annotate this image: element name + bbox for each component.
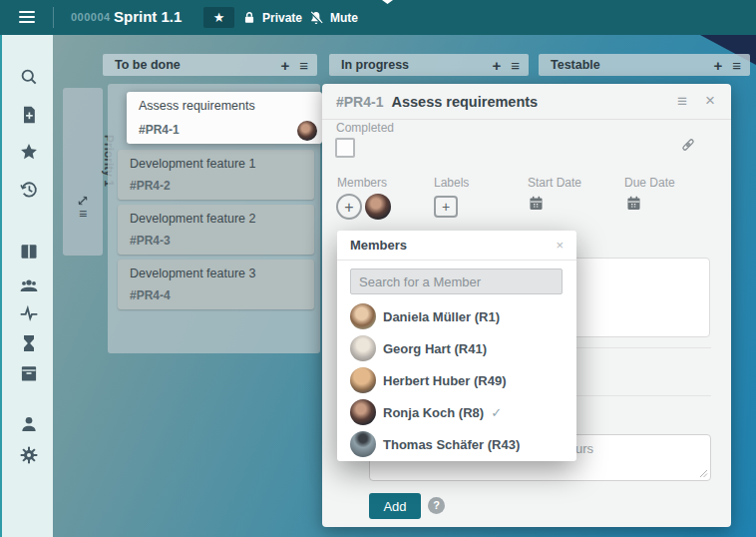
resize-handle[interactable] (699, 469, 708, 478)
swimlane-priority-1: Priority 1 ≡ (63, 88, 103, 256)
add-label-button[interactable]: + (434, 196, 458, 218)
app-root: 000004 Sprint 1.1 ★ Private Mute (0, 0, 756, 537)
column-title: In progress (341, 58, 492, 72)
modal-menu-icon[interactable]: ≡ (677, 92, 687, 112)
card-id: #PR4-1 (139, 123, 180, 137)
hourglass-icon[interactable] (19, 333, 39, 353)
star-button[interactable]: ★ (203, 7, 234, 28)
card-title: Development feature 1 (130, 157, 302, 171)
privacy-badge[interactable]: Private (242, 7, 302, 28)
star-icon[interactable] (19, 142, 39, 162)
column-title: Testable (551, 58, 713, 72)
member-avatar (350, 399, 376, 425)
member-list-item-selected[interactable]: Ronja Koch (R8) ✓ (337, 396, 576, 428)
completed-label: Completed (336, 121, 394, 135)
due-date-label: Due Date (624, 176, 675, 190)
members-popup-title: Members (350, 238, 556, 253)
column-header-in-progress: In progress + ≡ (329, 54, 529, 76)
member-list-item[interactable]: Thomas Schäfer (R43) (337, 428, 576, 460)
column-menu-icon[interactable]: ≡ (511, 57, 520, 74)
team-icon[interactable] (19, 275, 39, 295)
mute-label: Mute (330, 11, 358, 25)
member-avatar (350, 335, 376, 361)
privacy-label: Private (262, 11, 302, 25)
add-member-button[interactable]: + (336, 194, 362, 220)
tooltip-caret (382, 0, 393, 4)
column-menu-icon[interactable]: ≡ (299, 57, 308, 74)
assigned-member-avatar[interactable] (365, 194, 391, 220)
topbar: 000004 Sprint 1.1 ★ Private Mute (0, 0, 756, 35)
card-title: Development feature 2 (130, 212, 302, 226)
member-avatar (350, 303, 376, 329)
lock-icon (242, 11, 256, 25)
add-card-icon[interactable]: + (492, 57, 501, 74)
labels-label: Labels (434, 176, 469, 190)
start-date-calendar-icon[interactable] (528, 195, 545, 212)
settings-gear-icon[interactable] (19, 445, 39, 465)
card[interactable]: Development feature 1 #PR4-2 (118, 150, 314, 200)
archive-icon[interactable] (19, 363, 39, 383)
check-icon: ✓ (491, 405, 502, 420)
member-name: Herbert Huber (R49) (383, 373, 507, 388)
card-title: Assess requirements (139, 99, 310, 113)
card[interactable]: Development feature 3 #PR4-4 (118, 260, 314, 309)
add-button[interactable]: Add (369, 493, 421, 519)
member-list-item[interactable]: Georg Hart (R41) (337, 332, 576, 364)
column-header-testable: Testable + ≡ (539, 54, 750, 76)
swimlane-drag-handle[interactable]: ≡ (63, 206, 103, 222)
user-icon[interactable] (19, 414, 39, 434)
help-icon[interactable]: ? (428, 497, 445, 514)
modal-header: #PR4-1 Assess requirements (322, 84, 731, 120)
member-avatar (350, 431, 376, 457)
close-icon[interactable]: × (705, 91, 715, 111)
add-document-icon[interactable] (19, 105, 39, 125)
start-date-label: Start Date (528, 176, 581, 190)
close-icon[interactable]: × (556, 238, 564, 253)
member-list-item[interactable]: Daniela Müller (R1) (337, 300, 576, 332)
history-icon[interactable] (19, 180, 39, 200)
search-icon[interactable] (19, 67, 39, 87)
comment-placeholder-tail: urs (575, 441, 593, 456)
activity-icon[interactable] (19, 303, 39, 323)
members-label: Members (337, 176, 387, 190)
card-id: #PR4-3 (130, 234, 171, 248)
card[interactable]: Development feature 2 #PR4-3 (118, 205, 314, 255)
card-title: Development feature 3 (130, 267, 302, 280)
link-icon[interactable] (679, 136, 697, 154)
card-selected[interactable]: Assess requirements #PR4-1 (127, 92, 322, 144)
mute-toggle[interactable]: Mute (308, 7, 358, 28)
column-title: To be done (115, 58, 280, 72)
card-id: #PR4-4 (130, 288, 171, 302)
member-name: Thomas Schäfer (R43) (383, 437, 520, 452)
due-date-calendar-icon[interactable] (625, 195, 642, 212)
column-menu-icon[interactable]: ≡ (732, 57, 741, 74)
card-id: #PR4-2 (130, 179, 171, 193)
member-name: Georg Hart (R41) (383, 341, 487, 356)
members-popup-header: Members × (337, 231, 576, 261)
members-popup: Members × Daniela Müller (R1) Georg Hart… (337, 231, 576, 461)
bell-slash-icon (308, 10, 324, 26)
board-id: 000004 (71, 11, 111, 23)
card-member-avatar (297, 121, 317, 141)
sidebar (0, 35, 53, 537)
add-card-icon[interactable]: + (713, 57, 722, 74)
member-name: Ronja Koch (R8) (383, 405, 484, 420)
column-header-to-be-done: To be done + ≡ (103, 54, 317, 76)
topbar-divider (53, 7, 54, 28)
completed-checkbox[interactable] (335, 138, 355, 158)
member-name: Daniela Müller (R1) (383, 309, 500, 324)
member-avatar (350, 367, 376, 393)
member-search-input[interactable] (350, 268, 563, 294)
modal-card-title: Assess requirements (391, 94, 538, 110)
member-list-item[interactable]: Herbert Huber (R49) (337, 364, 576, 396)
board-title: Sprint 1.1 (114, 8, 182, 25)
add-card-icon[interactable]: + (280, 57, 289, 74)
menu-icon[interactable] (19, 11, 35, 23)
modal-card-id: #PR4-1 (336, 94, 383, 110)
board-icon[interactable] (19, 242, 39, 262)
